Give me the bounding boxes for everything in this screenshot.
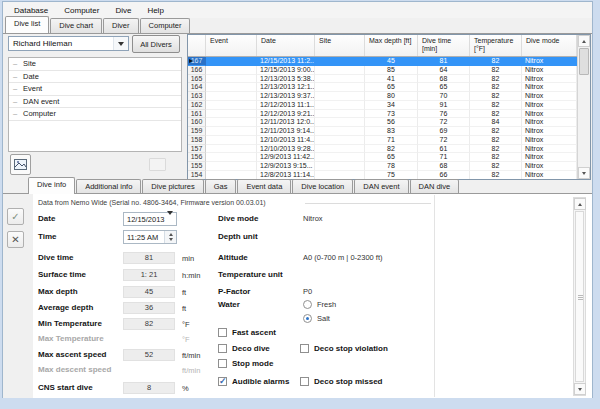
table-row[interactable]: 16312/13/2013 9:37...807082Nitrox (188, 92, 577, 101)
tab-dive-location[interactable]: Dive location (292, 179, 353, 194)
col-header-site[interactable]: Site (315, 35, 365, 56)
table-scrollbar[interactable] (577, 35, 590, 179)
diver-select[interactable]: Richard Hileman (8, 36, 129, 51)
row-number-cell: 156 (188, 153, 206, 162)
tab-dive-pictures[interactable]: Dive pictures (142, 179, 203, 194)
tab-dan-dive[interactable]: DAN dive (410, 179, 460, 194)
tab-additional-info[interactable]: Additional info (76, 179, 141, 194)
cell: Nitrox (522, 162, 577, 171)
table-row[interactable]: 15912/11/2013 9:14...836982Nitrox (188, 127, 577, 136)
diver-select-value: Richard Hileman (13, 39, 72, 48)
col-header-dive-mode[interactable]: Dive mode (522, 35, 577, 56)
checkbox-deco-stop-violation[interactable] (300, 344, 309, 353)
checkbox-deco-stop-missed[interactable] (300, 377, 309, 386)
cell: 82 (365, 145, 418, 154)
cell: 12/15/2013 9:00... (257, 66, 315, 75)
cell: Nitrox (522, 145, 577, 154)
checkbox-stop-mode[interactable] (218, 359, 227, 368)
table-row[interactable]: 15412/8/2013 11:14...756682Nitrox (188, 171, 577, 179)
tab-event-data[interactable]: Event data (237, 179, 291, 194)
cell (315, 57, 365, 66)
radio-fresh[interactable] (303, 300, 312, 309)
menu-computer[interactable]: Computer (56, 4, 107, 17)
col-header-max-depth-ft[interactable]: Max depth [ft] (365, 35, 418, 56)
tab-dan-event[interactable]: DAN event (354, 179, 408, 194)
tree-item-computer[interactable]: Computer (9, 108, 181, 121)
cell (315, 83, 365, 92)
tab-gas[interactable]: Gas (205, 179, 237, 194)
cell: 68 (418, 75, 470, 84)
table-row[interactable]: 15612/9/2013 11:42...657182Nitrox (188, 153, 577, 162)
col-header-event[interactable]: Event (206, 35, 257, 56)
cell: Nitrox (522, 118, 577, 127)
dive-mode-value: Nitrox (303, 214, 323, 223)
cell: 34 (365, 101, 418, 110)
menu-dive[interactable]: Dive (107, 4, 139, 17)
tree-item-event[interactable]: Event (9, 83, 181, 96)
table-row[interactable]: 15512/9/2013 9:15...786882Nitrox (188, 162, 577, 171)
col-header-temperature[interactable]: Temperature [°F] (470, 35, 522, 56)
row-number-cell: 157 (188, 145, 206, 154)
cell: 80 (365, 92, 418, 101)
tab-dive-info[interactable]: Dive info (28, 177, 75, 194)
table-row[interactable]: 16112/12/2013 9:21...737682Nitrox (188, 110, 577, 119)
scrollbar-thumb[interactable] (575, 211, 584, 382)
cell: 78 (365, 162, 418, 171)
scroll-down-icon[interactable] (574, 383, 586, 395)
col-header-date[interactable]: Date (257, 35, 315, 56)
tree-item-dan-event[interactable]: DAN event (9, 96, 181, 109)
cell (206, 127, 257, 136)
tab-diver[interactable]: Diver (103, 18, 139, 33)
cell: Nitrox (522, 153, 577, 162)
cell: 75 (365, 171, 418, 179)
cell (206, 75, 257, 84)
chevron-down-icon[interactable] (113, 37, 128, 50)
tree-item-site[interactable]: Site (9, 58, 181, 71)
cell (206, 145, 257, 154)
scroll-up-icon[interactable] (574, 198, 586, 210)
menu-database[interactable]: Database (6, 4, 56, 17)
cell (315, 171, 365, 179)
table-row[interactable]: 16412/13/2013 12:1...656582Nitrox (188, 83, 577, 92)
row-number-cell: 165 (188, 75, 206, 84)
cell: 12/8/2013 11:14... (257, 171, 315, 179)
menu-help[interactable]: Help (139, 4, 171, 17)
scroll-up-icon[interactable] (578, 35, 590, 47)
tab-dive-list[interactable]: Dive list (5, 16, 49, 33)
checkbox-fast-ascent[interactable] (218, 328, 227, 337)
table-row[interactable]: 16212/12/2013 11:1...349182Nitrox (188, 101, 577, 110)
picture-button[interactable] (10, 154, 31, 175)
cell: 68 (418, 162, 470, 171)
table-row[interactable]: 16512/13/2013 5:38...416882Nitrox (188, 75, 577, 84)
table-row[interactable]: 16712/15/2013 11:2...458182Nitrox (188, 57, 577, 66)
tab-dive-chart[interactable]: Dive chart (50, 18, 102, 33)
cell (206, 153, 257, 162)
tab-computer[interactable]: Computer (140, 18, 191, 33)
table-row[interactable]: 16012/11/2013 12:0...567284Nitrox (188, 118, 577, 127)
checkbox-label-deco-stop-missed: Deco stop missed (314, 377, 382, 386)
cell (206, 66, 257, 75)
col-header-dive-time[interactable]: Dive time [min] (418, 35, 470, 56)
app-window: DatabaseComputerDiveHelp Dive listDive c… (0, 0, 600, 409)
cell (206, 162, 257, 171)
scroll-down-icon[interactable] (578, 167, 590, 179)
cell: 64 (418, 66, 470, 75)
p-factor-row: P-FactorP0 (3, 285, 592, 299)
checkbox-row-fast-ascent: Fast ascent (3, 326, 592, 340)
cell (315, 118, 365, 127)
cell: 82 (470, 127, 522, 136)
col-header-row-number[interactable] (188, 35, 206, 56)
table-row[interactable]: 16612/15/2013 9:00...856482Nitrox (188, 66, 577, 75)
triangle-up-glyph (582, 40, 586, 43)
cell: 82 (470, 101, 522, 110)
checkbox-row-deco-stop-violation: Deco stop violation (3, 342, 592, 356)
tree-item-date[interactable]: Date (9, 71, 181, 84)
cell (206, 171, 257, 179)
cell (315, 110, 365, 119)
radio-salt[interactable] (303, 314, 312, 323)
table-row[interactable]: 15812/10/2013 11:4...717282Nitrox (188, 136, 577, 145)
table-row[interactable]: 15712/10/2013 9:28...826182Nitrox (188, 145, 577, 154)
scrollbar-thumb[interactable] (579, 48, 589, 75)
profile-scrollbar[interactable] (573, 197, 586, 396)
all-divers-button[interactable]: All Divers (132, 35, 180, 53)
